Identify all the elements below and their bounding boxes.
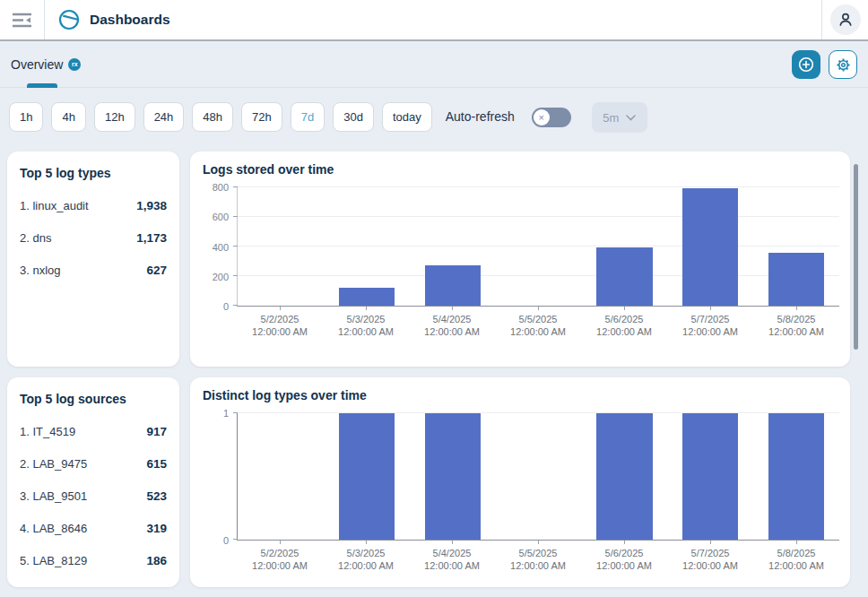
x-axis-label-date: 5/6/2025: [581, 313, 667, 325]
auto-refresh-label: Auto-refresh: [446, 102, 515, 132]
user-menu[interactable]: [821, 0, 868, 39]
bar[interactable]: [682, 413, 738, 540]
x-axis-label-time: 12:00:00 AM: [495, 559, 581, 572]
active-tab-indicator: [27, 83, 57, 88]
dashboard-settings-button[interactable]: [829, 50, 857, 79]
bar-column: [238, 413, 324, 540]
dashboard-grid: Top 5 log types 1. linux_audit1,9382. dn…: [0, 151, 868, 587]
x-tick-mark: [366, 307, 367, 310]
time-range-4h[interactable]: 4h: [51, 102, 85, 132]
metric-value: 1,938: [136, 199, 167, 212]
x-axis-label: 5/4/202512:00:00 AM: [409, 310, 495, 338]
time-range-today[interactable]: today: [382, 102, 432, 132]
add-widget-button[interactable]: [792, 50, 820, 79]
time-range-30d[interactable]: 30d: [333, 102, 374, 132]
metric-value: 1,173: [136, 231, 167, 245]
list-item: 3. LAB_9501523: [20, 489, 167, 503]
x-axis-label-date: 5/4/2025: [409, 547, 495, 559]
time-filter-row: 1h4h12h24h48h72h7d30dtoday Auto-refresh …: [0, 88, 868, 151]
bar-column: [496, 413, 582, 540]
x-axis-label-date: 5/5/2025: [495, 313, 581, 325]
bar-column: [667, 413, 753, 540]
y-axis-label: 1: [223, 408, 229, 419]
x-tick-mark: [710, 541, 711, 544]
bar[interactable]: [425, 265, 481, 306]
sidebar-toggle-button[interactable]: [0, 0, 45, 39]
x-tick-mark: [624, 307, 625, 310]
bar[interactable]: [596, 413, 652, 540]
bar[interactable]: [596, 247, 652, 306]
tab-overview-label: Overview: [11, 57, 63, 72]
plus-circle-icon: [797, 56, 815, 74]
brand: Dashboards: [45, 8, 170, 31]
metric-value: 615: [146, 457, 167, 471]
bar-column: [667, 187, 753, 306]
avatar[interactable]: [830, 4, 861, 35]
bar[interactable]: [339, 288, 395, 306]
bar[interactable]: [768, 253, 824, 306]
refresh-interval-value: 5m: [603, 111, 619, 125]
toggle-knob: ×: [534, 109, 550, 125]
x-axis-label: 5/2/202512:00:00 AM: [237, 310, 323, 338]
y-axis-label: 0: [223, 301, 229, 312]
x-axis-label-time: 12:00:00 AM: [495, 325, 581, 338]
bar[interactable]: [682, 188, 738, 306]
list-item: 2. dns1,173: [20, 231, 167, 245]
metric-value: 319: [146, 522, 167, 535]
time-range-group: 1h4h12h24h48h72h7d30dtoday: [9, 102, 432, 132]
y-axis: 0200400600800: [203, 187, 237, 307]
card-distinct-log-types-over-time: Distinct log types over time 01 5/2/2025…: [190, 377, 850, 587]
bar-column: [410, 413, 496, 540]
metric-label: 2. dns: [20, 231, 51, 245]
x-axis-label: 5/6/202512:00:00 AM: [581, 310, 667, 338]
auto-refresh-toggle[interactable]: ×: [532, 108, 571, 127]
x-tick-mark: [796, 541, 797, 544]
metric-label: 1. linux_audit: [20, 199, 89, 212]
app-header: Dashboards: [0, 0, 868, 41]
x-axis-label-date: 5/2/2025: [237, 313, 323, 325]
time-range-48h[interactable]: 48h: [192, 102, 233, 132]
metric-label: 2. LAB_9475: [20, 457, 87, 471]
metric-value: 186: [146, 554, 167, 567]
x-axis-label-date: 5/5/2025: [495, 547, 581, 559]
refresh-interval-select[interactable]: 5m: [592, 102, 647, 133]
bar-column: [324, 187, 410, 306]
time-range-1h[interactable]: 1h: [9, 102, 43, 132]
x-axis-label: 5/5/202512:00:00 AM: [495, 310, 581, 338]
plot-area: [237, 187, 839, 307]
metric-value: 917: [146, 425, 167, 438]
bar[interactable]: [425, 413, 481, 540]
bar[interactable]: [768, 413, 824, 540]
time-range-72h[interactable]: 72h: [241, 102, 282, 132]
metric-label: 4. LAB_8646: [20, 522, 87, 535]
tab-bar: Overview rx: [0, 41, 868, 88]
x-axis-label-date: 5/4/2025: [409, 313, 495, 325]
time-range-12h[interactable]: 12h: [94, 102, 135, 132]
x-tick-mark: [280, 541, 281, 544]
card-logs-stored-over-time: Logs stored over time 0200400600800 5/2/…: [190, 151, 850, 367]
bar[interactable]: [339, 413, 395, 540]
x-axis-label-time: 12:00:00 AM: [237, 325, 323, 338]
x-axis-label-time: 12:00:00 AM: [753, 325, 839, 338]
dashboards-logo-icon: [57, 8, 81, 31]
x-axis-label-date: 5/7/2025: [667, 313, 753, 325]
x-tick-mark: [710, 307, 711, 310]
time-range-24h[interactable]: 24h: [143, 102, 185, 132]
bar-column: [581, 413, 667, 540]
tab-overview-badge: rx: [68, 58, 81, 71]
plot-area: [237, 413, 839, 541]
bar-column: [581, 187, 667, 306]
y-axis-label: 200: [213, 272, 229, 282]
y-axis-label: 400: [213, 242, 229, 253]
list-item: 2. LAB_9475615: [20, 457, 167, 471]
logs-stored-bar-chart: 0200400600800 5/2/202512:00:00 AM5/3/202…: [203, 187, 839, 338]
vertical-scrollbar-thumb[interactable]: [854, 164, 858, 350]
chevron-down-icon: [626, 115, 636, 121]
tab-overview[interactable]: Overview rx: [11, 41, 81, 87]
plot-column: 5/2/202512:00:00 AM5/3/202512:00:00 AM5/…: [237, 187, 839, 338]
time-range-7d[interactable]: 7d: [291, 102, 325, 132]
x-axis: 5/2/202512:00:00 AM5/3/202512:00:00 AM5/…: [237, 310, 839, 338]
hamburger-collapse-icon: [12, 13, 33, 28]
metric-label: 1. IT_4519: [20, 425, 75, 438]
x-axis-label-time: 12:00:00 AM: [409, 559, 495, 572]
